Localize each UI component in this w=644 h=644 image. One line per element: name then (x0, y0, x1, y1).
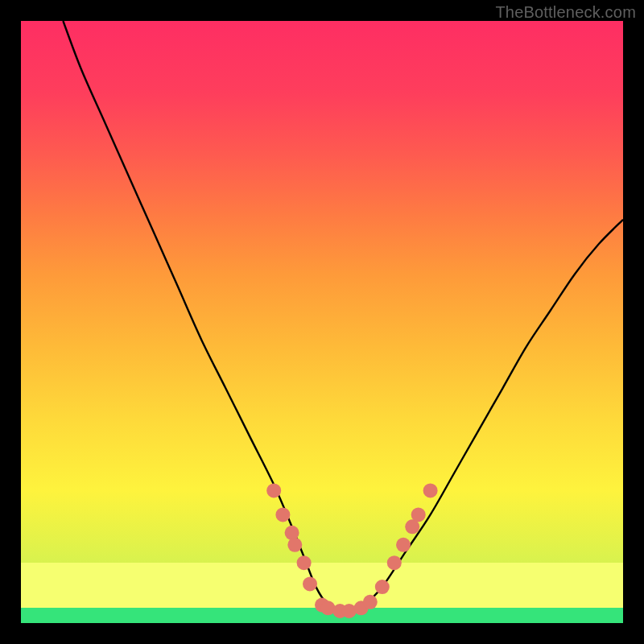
curve-dot (285, 526, 299, 540)
curve-dot (303, 576, 317, 591)
curve-dot (266, 483, 281, 497)
curve-dot (423, 483, 438, 497)
bottleneck-curve (63, 21, 623, 612)
plot-area (21, 21, 623, 623)
curve-dot (287, 538, 302, 552)
curve-dot (363, 595, 378, 609)
curve-dot (411, 507, 426, 522)
curve-dot (396, 538, 411, 552)
curve-dot (387, 555, 402, 570)
watermark-text: TheBottleneck.com (495, 3, 636, 22)
chart-container: TheBottleneck.com (0, 0, 644, 644)
curve-dot (375, 580, 390, 594)
curve-dot (297, 555, 312, 570)
curve-dot (275, 507, 290, 522)
curve-svg (21, 21, 623, 623)
curve-dots (266, 483, 437, 618)
